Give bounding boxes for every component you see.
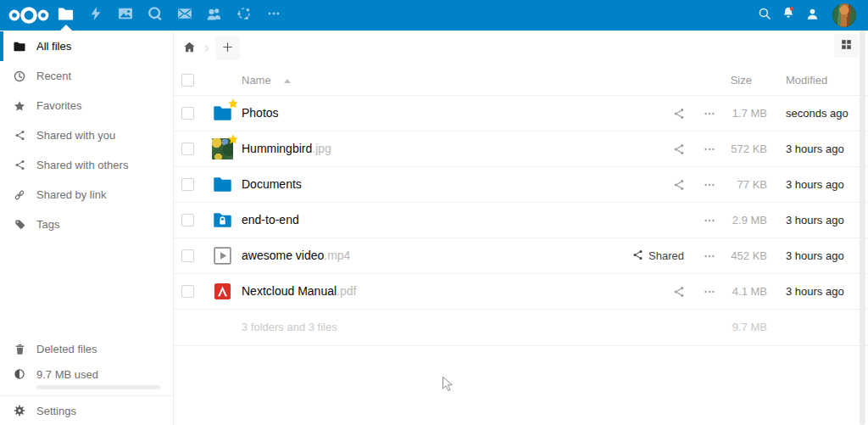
grid-view-icon — [840, 38, 853, 54]
clock-icon — [13, 70, 26, 83]
app-menu — [51, 0, 288, 31]
column-header-name[interactable]: Name — [242, 68, 271, 93]
image-thumbnail — [212, 138, 233, 159]
sidebar-nav: All files Recent Favorites Shared with y… — [0, 31, 173, 239]
pie-chart-icon — [13, 367, 26, 381]
select-all-checkbox[interactable] — [181, 74, 194, 87]
sidebar: All files Recent Favorites Shared with y… — [0, 31, 174, 425]
app-mail[interactable] — [170, 0, 199, 31]
activity-icon — [87, 5, 104, 25]
encrypted-folder-icon — [212, 210, 233, 231]
column-header-size[interactable]: Size — [731, 68, 752, 93]
sidebar-item-settings[interactable]: Settings — [0, 395, 173, 425]
sidebar-item-shared-with-you[interactable]: Shared with you — [0, 120, 173, 150]
more-actions-button[interactable] — [698, 203, 721, 238]
app-social[interactable] — [229, 0, 259, 31]
sidebar-item-all-files[interactable]: All files — [0, 31, 173, 61]
sidebar-item-label: Recent — [36, 70, 71, 82]
sidebar-bottom: Deleted files 9.7 MB used Settings — [0, 334, 173, 425]
app-gallery[interactable] — [110, 0, 140, 31]
row-checkbox[interactable] — [181, 143, 194, 155]
file-name: Hummingbird — [242, 142, 312, 155]
breadcrumb-home-button[interactable] — [177, 36, 201, 60]
files-icon — [57, 5, 75, 26]
sidebar-item-tags[interactable]: Tags — [0, 210, 173, 239]
file-size: 2.9 MB — [732, 203, 767, 238]
contact-icon — [804, 6, 821, 25]
folder-icon — [13, 40, 26, 53]
nextcloud-logo[interactable] — [7, 5, 51, 25]
share-icon — [632, 249, 644, 264]
grid-view-toggle-button[interactable] — [834, 34, 859, 58]
user-avatar[interactable] — [832, 3, 856, 27]
row-checkbox[interactable] — [181, 107, 194, 120]
search-icon — [757, 6, 772, 25]
sort-ascending-icon — [284, 79, 291, 83]
app-contacts[interactable] — [199, 0, 229, 31]
file-row-awesome-video[interactable]: awesome video.mp4 Shared 452 KB 3 hours … — [174, 238, 868, 273]
file-row-documents[interactable]: Documents 77 KB 3 hours ago — [174, 166, 868, 202]
sidebar-item-shared-by-link[interactable]: Shared by link — [0, 180, 173, 210]
file-row-hummingbird[interactable]: Hummingbird.jpg 572 KB 3 hours ago — [174, 131, 868, 166]
breadcrumb-bar — [174, 31, 868, 68]
file-name: Documents — [242, 177, 302, 191]
share-button[interactable] — [668, 131, 690, 166]
file-size: 452 KB — [731, 238, 767, 273]
contacts-menu-button[interactable] — [800, 3, 824, 27]
new-file-button[interactable] — [215, 36, 240, 60]
sidebar-item-label: Shared with you — [36, 129, 115, 142]
sidebar-item-label: Shared by link — [36, 188, 106, 201]
more-actions-button[interactable] — [698, 131, 721, 166]
file-size: 1.7 MB — [732, 96, 767, 131]
file-size: 572 KB — [731, 131, 767, 166]
file-row-nextcloud-manual[interactable]: Nextcloud Manual.pdf 4.1 MB 3 hours ago — [174, 273, 868, 309]
file-extension: .pdf — [337, 284, 356, 298]
star-icon — [13, 99, 26, 113]
mail-icon — [176, 5, 193, 25]
more-actions-button[interactable] — [698, 238, 721, 273]
file-name: end-to-end — [242, 213, 299, 226]
video-file-icon — [212, 245, 233, 266]
summary-total-size: 9.7 MB — [732, 310, 767, 345]
sidebar-item-favorites[interactable]: Favorites — [0, 91, 173, 120]
share-button[interactable] — [668, 274, 690, 309]
app-search[interactable] — [140, 0, 170, 31]
sidebar-item-recent[interactable]: Recent — [0, 61, 173, 91]
file-row-photos[interactable]: Photos 1.7 MB seconds ago — [174, 95, 868, 131]
search-app-icon — [147, 5, 164, 25]
tag-icon — [13, 218, 26, 232]
more-apps-icon — [265, 5, 282, 25]
file-modified: 3 hours ago — [786, 203, 844, 238]
favorite-star-icon — [227, 98, 239, 109]
chevron-right-icon — [199, 36, 214, 60]
app-more[interactable] — [259, 0, 288, 31]
file-extension: .mp4 — [324, 249, 350, 262]
shared-status-button[interactable]: Shared — [632, 238, 684, 273]
sidebar-item-shared-with-others[interactable]: Shared with others — [0, 150, 173, 180]
app-activity[interactable] — [81, 0, 110, 31]
row-checkbox[interactable] — [181, 285, 194, 298]
sidebar-item-label: Deleted files — [36, 343, 97, 355]
file-row-end-to-end[interactable]: end-to-end 2.9 MB 3 hours ago — [174, 202, 868, 238]
more-actions-button[interactable] — [698, 274, 721, 309]
file-modified: 3 hours ago — [786, 131, 844, 166]
row-checkbox[interactable] — [181, 178, 194, 191]
more-actions-button[interactable] — [698, 167, 721, 202]
more-actions-button[interactable] — [698, 96, 721, 131]
share-button[interactable] — [668, 96, 690, 131]
trash-icon — [13, 343, 26, 356]
share-icon — [13, 159, 26, 172]
share-button[interactable] — [668, 167, 690, 202]
search-button[interactable] — [753, 3, 776, 27]
app-files[interactable] — [51, 0, 81, 31]
scrollbar-track[interactable] — [860, 31, 865, 425]
summary-count: 3 folders and 3 files — [242, 310, 337, 345]
sidebar-item-deleted-files[interactable]: Deleted files — [0, 334, 173, 364]
sidebar-item-label: Shared with others — [36, 159, 128, 171]
notifications-button[interactable] — [776, 3, 800, 27]
contacts-icon — [205, 5, 223, 26]
row-checkbox[interactable] — [181, 214, 194, 226]
row-checkbox[interactable] — [181, 249, 194, 262]
sidebar-item-label: All files — [36, 40, 71, 53]
column-header-modified[interactable]: Modified — [786, 68, 827, 93]
